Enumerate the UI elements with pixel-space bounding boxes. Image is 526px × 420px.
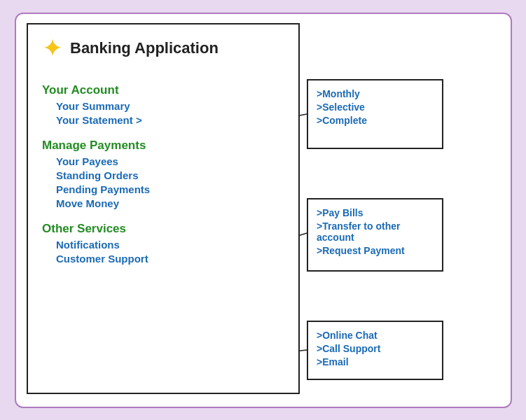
main-panel: ✦ Banking Application Your Account Your … [27,23,300,394]
menu-pending-payments[interactable]: Pending Payments [56,183,284,195]
subitem-complete[interactable]: >Complete [317,115,434,126]
section-other-services: Other Services [42,222,284,236]
menu-notifications[interactable]: Notifications [56,239,284,251]
subitem-pay-bills[interactable]: >Pay Bills [317,207,434,218]
section-your-account: Your Account [42,83,284,97]
menu-customer-support[interactable]: Customer Support [56,253,284,265]
menu-move-money[interactable]: Move Money [56,197,284,209]
subitem-call-support[interactable]: >Call Support [317,343,434,354]
subpanel-move-money: >Pay Bills >Transfer to other account >R… [307,198,443,272]
subitem-email[interactable]: >Email [317,356,434,368]
menu-content: Your Account Your Summary Your Statement… [28,69,298,274]
star-icon: ✦ [42,36,63,61]
section-manage-payments: Manage Payments [42,139,284,153]
outer-border: ✦ Banking Application Your Account Your … [15,13,512,408]
menu-your-payees[interactable]: Your Payees [56,155,284,167]
menu-your-summary[interactable]: Your Summary [56,100,284,112]
subpanel-statement: >Monthly >Selective >Complete [307,79,443,149]
menu-your-statement[interactable]: Your Statement > [56,114,284,126]
subitem-online-chat[interactable]: >Online Chat [317,330,434,341]
subitem-selective[interactable]: >Selective [317,102,434,113]
header-area: ✦ Banking Application [28,24,298,69]
subpanel-customer-support: >Online Chat >Call Support >Email [307,321,443,380]
menu-standing-orders[interactable]: Standing Orders [56,169,284,181]
subitem-request-payment[interactable]: >Request Payment [317,245,434,256]
subitem-monthly[interactable]: >Monthly [317,88,434,99]
app-title: Banking Application [70,39,219,57]
diagram-area: ✦ Banking Application Your Account Your … [27,23,499,398]
subitem-transfer[interactable]: >Transfer to other account [317,220,434,243]
